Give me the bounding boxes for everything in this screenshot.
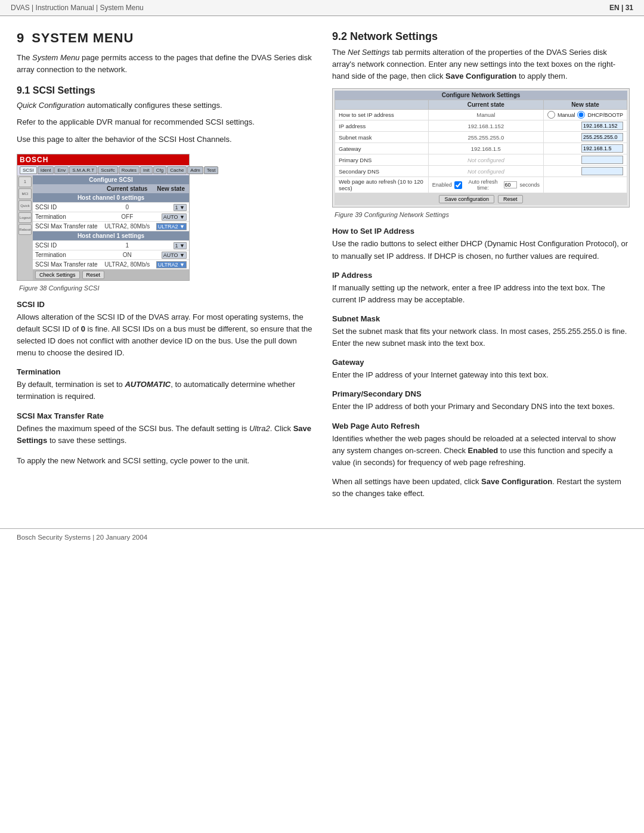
termination-heading: Termination [17,367,314,376]
net-col-current: Current state [428,100,543,110]
section-9-heading: SYSTEM MENU [32,30,134,46]
scsi-table: Configure SCSI Current status New state … [33,175,189,270]
net-input-ip[interactable] [581,122,623,130]
figure39-caption: Figure 39 Configuring Network Settings [335,211,630,218]
net-new-gateway[interactable] [543,143,627,154]
net-curr-ip: 192.168.1.152 [428,120,543,132]
scsi-col-blank [33,184,101,193]
net-new-how-to-ip: Manual DHCP/BOOTP [543,110,627,120]
nav-tab-ident[interactable]: Ident [38,166,54,174]
net-col-new: New state [543,100,627,110]
net-row-gateway: Gateway 192.168.1.5 [335,143,627,154]
webrefresh-checkbox[interactable] [454,181,462,189]
scsi-nav-tabs: SCSI Ident Env S.M.A.R.T Scsi/fc Routes … [17,165,189,175]
ip-address-heading: IP Address [332,271,630,280]
net-label-ip: IP address [335,120,429,132]
net-input-subnet[interactable] [581,133,623,141]
net-new-dns-primary[interactable] [543,154,627,166]
scsi-curr-maxrate-1: ULTRA2, 80Mb/s [101,259,153,269]
breadcrumb: DVAS | Instruction Manual | System Menu [11,4,144,12]
scsi-new-maxrate-0[interactable]: ULTRA2 ▼ [153,221,189,231]
radio-dhcp[interactable] [577,111,585,119]
left-column: 9 SYSTEM MENU The System Menu page permi… [17,30,314,504]
net-label-gateway: Gateway [335,143,429,154]
section-91-para2: Refer to the applicable DVR manual for r… [17,116,314,128]
net-reset-button[interactable]: Reset [498,195,523,203]
net-input-dns-secondary[interactable] [581,167,623,175]
how-to-ip-heading: How to Set IP Address [332,227,630,236]
nav-tab-test[interactable]: Test [204,166,219,174]
net-new-ip[interactable] [543,120,627,132]
scsi-new-scsiid-0[interactable]: 1 ▼ [153,202,189,212]
final-para-left: To apply the new Network and SCSI settin… [17,455,314,467]
gateway-text: Enter the IP address of your Internet ga… [332,369,630,381]
nav-tab-cfg[interactable]: Cfg [153,166,166,174]
net-curr-dns-primary: Not configured [428,154,543,166]
section-91-intro: Quick Configuration automatically config… [17,100,314,112]
net-input-gateway[interactable] [581,144,623,153]
scsi-label-term-1: Termination [33,250,101,259]
side-icon-quickc[interactable]: Quick [18,200,32,211]
scsi-screenshot: BOSCH SCSI Ident Env S.M.A.R.T Scsi/fc R… [17,154,190,281]
scsi-curr-term-0: OFF [101,212,153,221]
scsi-max-text: Defines the maximum speed of the SCSI bu… [17,423,314,447]
scsi-table-area: Configure SCSI Current status New state … [33,175,189,280]
net-new-subnet[interactable] [543,132,627,143]
nav-tab-routes[interactable]: Routes [119,166,140,174]
page-footer: Bosch Security Systems | 20 January 2004 [0,528,644,546]
webrefresh-curr: Enabled Auto refresh time: seconds [432,179,540,191]
scsi-label-maxrate-1: SCSI Max Transfer rate [33,259,101,269]
net-col-field [335,100,429,110]
section-91-para3: Use this page to alter the behavior of t… [17,134,314,145]
radio-manual[interactable] [547,111,555,119]
side-icon-reboot[interactable]: Reboot [18,224,32,235]
webrefresh-time-input[interactable] [504,181,517,188]
section-9-number: 9 [17,30,24,46]
scsi-new-scsiid-1[interactable]: 1 ▼ [153,240,189,250]
save-config-button[interactable]: Save configuration [439,195,494,203]
scsi-new-term-0[interactable]: AUTO ▼ [153,212,189,221]
side-icon-logout[interactable]: Logout [18,212,32,223]
scsi-side-icons: 1 MCI Quick Logout Reboot [17,175,33,280]
scsi-row-0-scsiid: SCSI ID 0 1 ▼ [33,202,189,212]
scsi-label-term-0: Termination [33,212,101,221]
net-label-how-to-ip: How to set IP address [335,110,429,120]
net-input-dns-primary[interactable] [581,156,623,164]
scsi-reset-button[interactable]: Reset [82,271,105,279]
net-table-buttons: Save configuration Reset [335,193,627,205]
nav-tab-init[interactable]: Init [140,166,153,174]
scsi-new-maxrate-1[interactable]: ULTRA2 ▼ [153,259,189,269]
dns-heading: Primary/Secondary DNS [332,389,630,398]
webrefresh-heading: Web Page Auto Refresh [332,422,630,431]
scsi-row-1-maxrate: SCSI Max Transfer rate ULTRA2, 80Mb/s UL… [33,259,189,269]
net-new-dns-secondary[interactable] [543,166,627,177]
scsi-label-maxrate-0: SCSI Max Transfer rate [33,221,101,231]
scsi-label-scsiid-1: SCSI ID [33,240,101,250]
side-icon-mci[interactable]: MCI [18,188,32,199]
net-row-how-to-ip: How to set IP address Manual Manual DHCP… [335,110,627,120]
scsi-buttons: Check Settings Reset [33,270,189,280]
nav-tab-cache[interactable]: Cache [167,166,187,174]
scsi-row-0-term: Termination OFF AUTO ▼ [33,212,189,221]
nav-tab-smart[interactable]: S.M.A.R.T [69,166,97,174]
nav-tab-env[interactable]: Env [54,166,69,174]
gateway-heading: Gateway [332,358,630,367]
section-92-title: 9.2 Network Settings [332,30,630,43]
nav-tab-scsi[interactable]: SCSI [20,166,37,174]
nav-tab-adm[interactable]: Adm [187,166,203,174]
scsi-new-term-1[interactable]: AUTO ▼ [153,250,189,259]
checksettings-button[interactable]: Check Settings [35,271,80,279]
scsi-max-heading: SCSI Max Transfer Rate [17,411,314,420]
scsi-col-new: New state [153,184,189,193]
net-label-dns-primary: Primary DNS [335,154,429,166]
scsi-row-1-term: Termination ON AUTO ▼ [33,250,189,259]
nav-tab-scsfc[interactable]: Scsi/fc [98,166,118,174]
bosch-label: BOSCH [20,156,48,164]
webrefresh-text: Identifies whether the web pages should … [332,433,630,469]
bosch-bar: BOSCH [17,154,189,165]
side-icon-1[interactable]: 1 [18,176,32,187]
section-9-intro: The System Menu page permits access to t… [17,52,314,76]
network-table: Configure Network Settings Current state… [335,91,627,193]
net-new-webrefresh [543,177,627,193]
scsi-label-scsiid-0: SCSI ID [33,202,101,212]
